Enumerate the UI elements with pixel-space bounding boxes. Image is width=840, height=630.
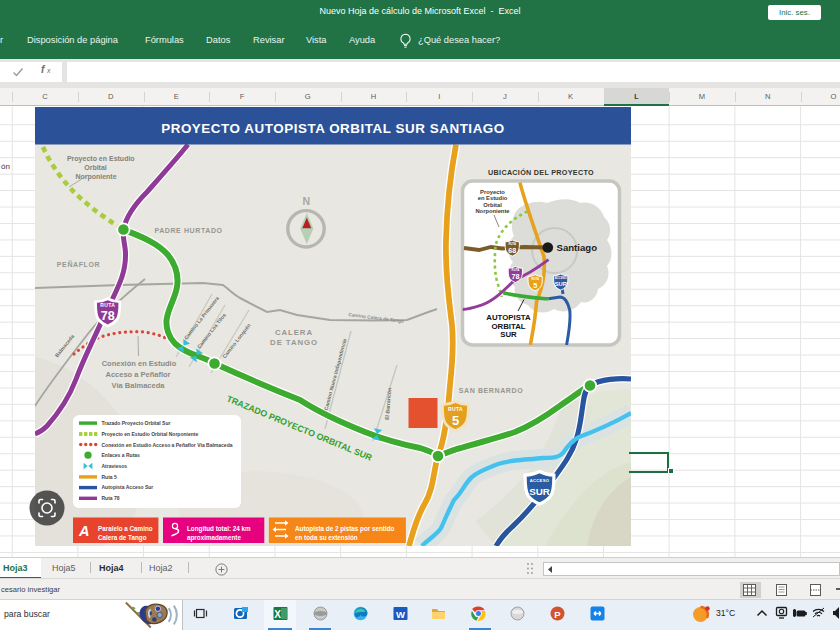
svg-text:Autopista de 2 pistas por sent: Autopista de 2 pistas por sentido: [295, 525, 395, 533]
svg-text:en toda su extensión: en toda su extensión: [295, 534, 358, 541]
svg-text:78: 78: [511, 272, 519, 281]
svg-text:Orbital: Orbital: [84, 164, 107, 171]
svg-text:Proyecto en Estudio: Proyecto en Estudio: [67, 155, 135, 163]
svg-text:Acceso a Peñaflor: Acceso a Peñaflor: [105, 370, 170, 379]
svg-text:Proyecto: Proyecto: [480, 189, 505, 195]
svg-text:Conexión en Estudio Acceso a P: Conexión en Estudio Acceso a Peñaflor Ví…: [102, 442, 233, 448]
svg-text:Orbital: Orbital: [483, 202, 502, 208]
svg-text:RUTA: RUTA: [448, 406, 463, 412]
svg-text:Ruta 78: Ruta 78: [102, 495, 120, 501]
svg-text:SUR: SUR: [529, 486, 550, 497]
svg-text:Santiago: Santiago: [557, 242, 598, 253]
svg-text:PADRE HURTADO: PADRE HURTADO: [154, 227, 222, 234]
svg-text:X: X: [274, 608, 281, 619]
svg-text:en Estudio: en Estudio: [478, 195, 508, 201]
svg-text:Norponiente: Norponiente: [475, 208, 510, 214]
svg-text:ACCESO: ACCESO: [555, 276, 568, 280]
svg-text:68: 68: [508, 246, 516, 255]
svg-text:Conexión en Estudio: Conexión en Estudio: [102, 359, 177, 368]
svg-text:Proyecto en Estudio Orbital No: Proyecto en Estudio Orbital Norponiente: [102, 431, 199, 437]
svg-text:Enlaces a Rutas: Enlaces a Rutas: [102, 452, 141, 458]
svg-text:5: 5: [533, 281, 537, 290]
svg-text:W: W: [396, 608, 405, 619]
svg-text:Paralelo a Camino: Paralelo a Camino: [98, 525, 153, 532]
svg-text:RUTA: RUTA: [100, 302, 115, 308]
svg-text:A: A: [78, 523, 89, 539]
svg-text:SUR: SUR: [555, 281, 568, 287]
svg-text:N: N: [302, 195, 310, 207]
svg-text:Autopista Acceso Sur: Autopista Acceso Sur: [102, 484, 154, 490]
svg-text:5: 5: [452, 413, 459, 428]
svg-text:CALERA: CALERA: [275, 328, 313, 337]
svg-text:UBICACIÓN DEL PROYECTO: UBICACIÓN DEL PROYECTO: [488, 168, 594, 177]
svg-text:Ruta 5: Ruta 5: [102, 474, 118, 480]
svg-text:SAN BERNARDO: SAN BERNARDO: [459, 387, 523, 394]
svg-text:Trazado Proyecto Orbital Sur: Trazado Proyecto Orbital Sur: [102, 420, 171, 426]
svg-text:Vía Balmaceda: Vía Balmaceda: [112, 381, 166, 390]
svg-text:Longitud total: 24 km: Longitud total: 24 km: [187, 525, 251, 533]
svg-text:PROYECTO AUTOPISTA ORBITAL SUR: PROYECTO AUTOPISTA ORBITAL SUR SANTIAGO: [161, 121, 505, 136]
svg-text:SUR: SUR: [500, 330, 517, 339]
svg-text:ACCESO: ACCESO: [530, 478, 550, 483]
svg-text:aproximadamente: aproximadamente: [187, 534, 241, 542]
svg-text:Atraviesos: Atraviesos: [102, 463, 128, 469]
svg-text:PEÑAFLOR: PEÑAFLOR: [57, 260, 100, 268]
svg-text:78: 78: [101, 309, 115, 323]
svg-text:P: P: [554, 608, 561, 619]
svg-text:Calera de Tango: Calera de Tango: [98, 534, 147, 542]
svg-text:DE TANGO: DE TANGO: [270, 338, 318, 347]
